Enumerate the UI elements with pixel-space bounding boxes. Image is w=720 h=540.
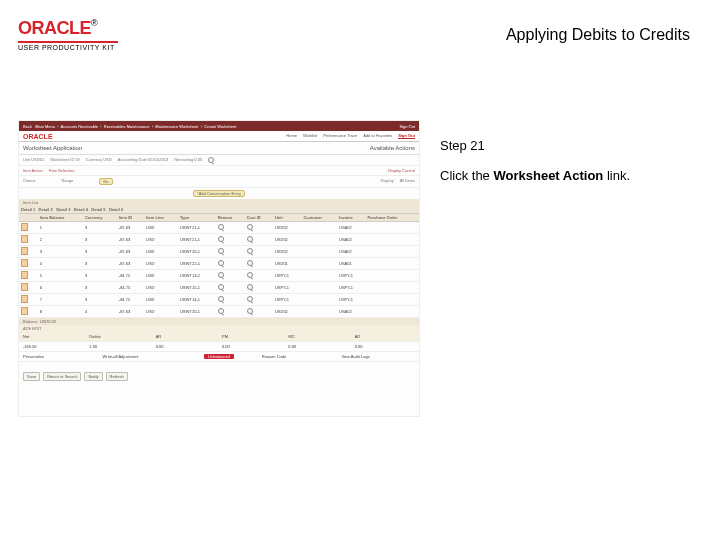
table-row: 84-87.63USDUSINT20-1USD02USA02 bbox=[19, 306, 419, 318]
go-button[interactable]: Go bbox=[99, 178, 112, 185]
tab-worklist[interactable]: Worklist bbox=[303, 133, 317, 139]
page-title: Applying Debits to Credits bbox=[506, 26, 690, 44]
return-button[interactable]: Return to Search bbox=[43, 372, 81, 381]
action-row: Item Action Row Selection Display Contro… bbox=[19, 166, 419, 176]
legend-row: Personalize Write-off Adjustment Unbalan… bbox=[19, 352, 419, 362]
search-icon[interactable] bbox=[247, 236, 253, 242]
search-icon[interactable] bbox=[218, 272, 224, 278]
table-row: 33-87.63USDUSINT20-1USD02USA02 bbox=[19, 246, 419, 258]
item-table: Detail 1 Detail 2 Detail 3 Detail 4 Deta… bbox=[19, 206, 419, 318]
available-actions-label: Available Actions bbox=[370, 145, 415, 151]
search-icon[interactable] bbox=[218, 224, 224, 230]
table-row: 63-84.75USDUSINT15-1USPY-1USPY-1 bbox=[19, 282, 419, 294]
worksheet-title-row: Worksheet Application Available Actions bbox=[19, 142, 419, 155]
top-tabs: Home Worklist Performance Trace Add to F… bbox=[286, 133, 415, 139]
search-icon[interactable] bbox=[247, 260, 253, 266]
choice-row: Choice Range Go Display All Items bbox=[19, 176, 419, 188]
table-row: 13-87.63USDUSINT21-1USD02USA02 bbox=[19, 222, 419, 234]
search-icon[interactable] bbox=[218, 260, 224, 266]
app-header: ORACLE Home Worklist Performance Trace A… bbox=[19, 131, 419, 142]
signout-link[interactable]: Sign Out bbox=[399, 124, 415, 129]
doc-icon[interactable] bbox=[21, 223, 28, 231]
tab-performance[interactable]: Performance Trace bbox=[323, 133, 357, 139]
doc-icon[interactable] bbox=[21, 235, 28, 243]
worksheet-action-link[interactable]: Item Action bbox=[23, 168, 43, 173]
table-row: 73-84.75USDUSINT14-1USPY-1USPY-1 bbox=[19, 294, 419, 306]
search-icon[interactable] bbox=[247, 248, 253, 254]
search-icon[interactable] bbox=[247, 224, 253, 230]
doc-icon[interactable] bbox=[21, 259, 28, 267]
save-button[interactable]: Save bbox=[23, 372, 40, 381]
worksheet-title: Worksheet Application bbox=[23, 145, 82, 151]
add-conversation-button[interactable]: *Add Conversation Entry bbox=[193, 190, 245, 197]
tab-home[interactable]: Home bbox=[286, 133, 297, 139]
step-label: Step 21 bbox=[440, 138, 485, 153]
balance-cols: Net Debits AR PM WC AD bbox=[19, 332, 419, 342]
logo-rule bbox=[18, 41, 118, 43]
breadcrumb-bar: Back Main Menu › Accounts Receivable › R… bbox=[19, 121, 419, 131]
instruction-link-name: Worksheet Action bbox=[493, 168, 603, 183]
instruction-suffix: link. bbox=[603, 168, 630, 183]
doc-icon[interactable] bbox=[21, 283, 28, 291]
brand-logo: ORACLE® USER PRODUCTIVITY KIT bbox=[18, 18, 118, 51]
refresh-button[interactable]: Refresh bbox=[106, 372, 128, 381]
doc-icon[interactable] bbox=[21, 307, 28, 315]
table-row: 53-84.75USDUSINT13-2USPY-1USPY-1 bbox=[19, 270, 419, 282]
breadcrumb: Back Main Menu › Accounts Receivable › R… bbox=[23, 124, 236, 129]
balance-header: Balance USD0.00 bbox=[19, 318, 419, 325]
item-list-header: Item List bbox=[19, 199, 419, 206]
registered-mark: ® bbox=[91, 18, 98, 28]
doc-icon[interactable] bbox=[21, 295, 28, 303]
doc-icon[interactable] bbox=[21, 271, 28, 279]
header-row: Item BalanceCurrency Item IDItem LineTyp… bbox=[19, 214, 419, 222]
notify-button[interactable]: Notify bbox=[84, 372, 102, 381]
search-icon[interactable] bbox=[247, 284, 253, 290]
tab-signout[interactable]: Sign Out bbox=[398, 133, 415, 139]
search-icon[interactable] bbox=[218, 308, 224, 314]
search-icon[interactable] bbox=[247, 272, 253, 278]
instruction-text: Click the Worksheet Action link. bbox=[440, 168, 630, 183]
search-icon[interactable] bbox=[218, 236, 224, 242]
logo-word: ORACLE bbox=[18, 18, 91, 38]
search-icon[interactable] bbox=[247, 296, 253, 302]
search-icon[interactable] bbox=[208, 157, 214, 163]
search-icon[interactable] bbox=[218, 296, 224, 302]
tab-row: Detail 1 Detail 2 Detail 3 Detail 4 Deta… bbox=[19, 206, 419, 214]
app-brand: ORACLE bbox=[23, 133, 53, 140]
unbalanced-badge: Unbalanced bbox=[204, 354, 233, 359]
search-icon[interactable] bbox=[218, 284, 224, 290]
tab-favorites[interactable]: Add to Favorites bbox=[363, 133, 392, 139]
table-row: 43-87.63USDUSINT22-1USD01USA01 bbox=[19, 258, 419, 270]
table-row: 23-87.63USDUSINT21-1USD02USA02 bbox=[19, 234, 419, 246]
doc-icon[interactable] bbox=[21, 247, 28, 255]
search-icon[interactable] bbox=[247, 308, 253, 314]
logo-subtitle: USER PRODUCTIVITY KIT bbox=[18, 44, 118, 51]
search-icon[interactable] bbox=[218, 248, 224, 254]
app-screenshot: Back Main Menu › Accounts Receivable › R… bbox=[18, 120, 420, 417]
balance-vals: -169.50 1.00 0.00 0.00 0.00 0.00 bbox=[19, 342, 419, 352]
bottom-toolbar: Save Return to Search Notify Refresh bbox=[19, 368, 419, 385]
add-conversation: *Add Conversation Entry bbox=[19, 188, 419, 199]
filter-row-1: Unit USD01 Worksheet ID 19 Currency USD … bbox=[19, 155, 419, 166]
ace-edit-bar: ACE EDIT bbox=[19, 325, 419, 332]
instruction-prefix: Click the bbox=[440, 168, 493, 183]
